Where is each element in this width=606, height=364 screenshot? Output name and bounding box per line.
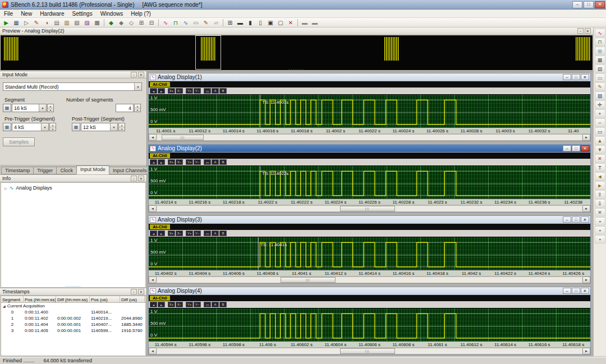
scroll-right-button[interactable]: ► <box>582 348 590 354</box>
note-button[interactable]: ▭ <box>595 73 605 82</box>
cursor-a-button[interactable]: A <box>212 88 219 94</box>
column-header[interactable]: Segment <box>1 296 24 302</box>
cursor-b-button[interactable]: B <box>219 231 227 236</box>
scroll-right-button[interactable]: ▸ <box>158 302 165 307</box>
new-analog-display-button[interactable]: ∿ <box>595 29 605 37</box>
group-row[interactable]: ◢Current Acquisition <box>1 303 145 309</box>
free-run-button[interactable]: ▷ <box>21 18 31 27</box>
panel-tool-1-button[interactable]: ▪ <box>595 217 605 225</box>
cursor-b-button[interactable]: B <box>219 159 227 165</box>
zoom-x-in-button[interactable]: X+ <box>168 302 175 307</box>
scrollbar-track[interactable]: ||| <box>157 205 582 212</box>
new-spectrum-display-button[interactable]: ∿ <box>181 18 191 27</box>
spin-down-icon[interactable]: ▼ <box>48 108 53 112</box>
waveform-plot[interactable]: 1 V500 mV0 VTS: 11.4001s <box>149 94 590 127</box>
fit-button[interactable]: ▭ <box>204 88 211 94</box>
mode-multi-button[interactable]: ▥ <box>62 18 72 27</box>
menu-help[interactable]: Help (?) <box>127 10 155 17</box>
menu-settings[interactable]: Settings <box>68 10 97 17</box>
zoom-x-out-button[interactable]: X− <box>176 88 183 94</box>
zoom-x-out-button[interactable]: X− <box>176 231 183 236</box>
segments-count-stepper[interactable]: ▲ ▼ <box>134 104 141 112</box>
spin-down-icon[interactable]: ▼ <box>135 108 140 112</box>
zoom-in-button[interactable]: + <box>595 109 605 118</box>
maximize-button[interactable]: □ <box>572 216 580 223</box>
scroll-left-button[interactable]: ◂ <box>150 88 157 94</box>
zoom-y-out-button[interactable]: Y− <box>194 231 201 236</box>
close-button[interactable]: ✕ <box>581 145 589 151</box>
layout-columns-button[interactable]: ▯ <box>255 18 265 27</box>
layout-horizontal-button[interactable]: ▬ <box>235 18 245 27</box>
zoom-x-in-button[interactable]: X+ <box>168 159 175 165</box>
scroll-right-button[interactable]: ▸ <box>158 159 165 165</box>
column-header[interactable]: Diff (hh:mm:ss) <box>56 296 90 302</box>
scroll-right-button[interactable]: ► <box>582 277 590 283</box>
scrollbar-thumb[interactable]: ||| <box>281 277 336 283</box>
app-titlebar[interactable]: SBench 6.2.13 build 11486 (Professional … <box>0 0 606 10</box>
scrollbar-thumb[interactable]: ||| <box>162 135 204 140</box>
save-button[interactable]: ◆ <box>106 18 116 27</box>
segment-size-select[interactable]: 16 kS ▼ <box>12 104 47 112</box>
close-icon[interactable]: ✕ <box>138 72 144 77</box>
close-button[interactable]: ✕ <box>595 1 605 8</box>
samples-button[interactable]: Samples <box>3 137 35 146</box>
display-titlebar[interactable]: ∿Analog Display(1)–□✕ <box>149 73 590 81</box>
memory-icon-button[interactable]: ▦ <box>72 123 80 131</box>
scroll-left-button[interactable]: ◂ <box>150 231 157 236</box>
cursor-a-button[interactable]: A <box>212 231 219 236</box>
close-display-button[interactable]: ✕ <box>595 208 605 216</box>
marker-up-button[interactable]: ▲ <box>595 136 605 145</box>
zoom-fit-button[interactable]: ▭ <box>595 127 605 136</box>
table-row[interactable]: 20:00:11.4040:00:00.0011140407...1885.34… <box>1 321 145 328</box>
new-digital-display-button[interactable]: ⊓ <box>171 18 181 27</box>
close-button[interactable]: ✕ <box>581 74 589 80</box>
zoom-y-in-button[interactable]: Y+ <box>186 231 193 236</box>
table-row[interactable]: 10:00:11.4020:00:00.0021140219...2044.89… <box>1 315 145 321</box>
scroll-left-button[interactable]: ◄ <box>149 277 157 283</box>
timestamp-setup-button[interactable]: ◑ <box>42 18 52 27</box>
new-digital-display-button[interactable]: ⊓ <box>595 38 605 46</box>
menu-file[interactable]: File <box>0 10 17 17</box>
new-xy-display-button[interactable]: ◎ <box>595 47 605 55</box>
spin-up-icon[interactable]: ▲ <box>50 123 56 127</box>
chevron-down-icon[interactable]: ▼ <box>41 123 48 131</box>
input-mode-select[interactable]: Standard Multi (Record) ▼ <box>3 82 142 91</box>
cursor-b-button[interactable]: B <box>219 88 227 94</box>
write-setup-button[interactable]: ✎ <box>31 18 42 27</box>
close-button[interactable]: ✕ <box>581 216 589 223</box>
spin-up-icon[interactable]: ▲ <box>135 104 140 108</box>
shift-down-button[interactable]: ⇩ <box>595 199 605 208</box>
scroll-right-button[interactable]: ► <box>582 134 590 141</box>
close-all-displays-button[interactable]: ✕ <box>286 18 296 27</box>
scroll-right-button[interactable]: ▸ <box>158 231 165 236</box>
table-row[interactable]: 30:00:11.4050:00:00.0011140599...1916.57… <box>1 328 145 334</box>
new-grid-display-button[interactable]: ▦ <box>595 56 605 64</box>
minimize-button[interactable]: – <box>563 216 571 223</box>
spin-up-icon[interactable]: ▲ <box>119 123 125 127</box>
export-image-button[interactable]: ▨ <box>595 91 605 100</box>
tab-input-mode[interactable]: Input Mode <box>76 165 109 174</box>
column-header[interactable]: Diff (us) <box>120 296 145 302</box>
cursor-a-button[interactable]: A <box>212 159 219 165</box>
column-header[interactable]: Pos (us) <box>90 296 120 302</box>
save-as-button[interactable]: ◆ <box>116 18 126 27</box>
display-titlebar[interactable]: ∿Analog Display(3)–□✕ <box>149 216 590 224</box>
memory-icon-button[interactable]: ▦ <box>3 123 11 131</box>
spin-down-icon[interactable]: ▼ <box>119 127 125 131</box>
menu-windows[interactable]: Windows <box>97 10 127 17</box>
cursor-b-button[interactable]: B <box>219 302 227 307</box>
pin-icon[interactable]: ▫ <box>131 72 137 77</box>
maximize-button[interactable]: □ <box>572 74 580 80</box>
zoom-y-in-button[interactable]: Y+ <box>186 302 193 307</box>
calculation-button[interactable]: ⊟ <box>146 18 157 27</box>
scroll-left-button[interactable]: ◂ <box>150 159 157 165</box>
maximize-button[interactable]: □ <box>572 145 580 151</box>
spin-down-icon[interactable]: ▼ <box>50 127 56 131</box>
zoom-x-in-button[interactable]: X+ <box>168 88 175 94</box>
scrollbar-track[interactable]: ||| <box>157 348 582 354</box>
chevron-down-icon[interactable]: ▼ <box>110 123 117 131</box>
close-icon[interactable]: ✕ <box>138 289 144 294</box>
h-scrollbar[interactable]: ◄|||► <box>149 205 590 212</box>
shift-up-button[interactable]: ⇧ <box>595 190 605 199</box>
export-button[interactable]: ◇ <box>126 18 136 27</box>
